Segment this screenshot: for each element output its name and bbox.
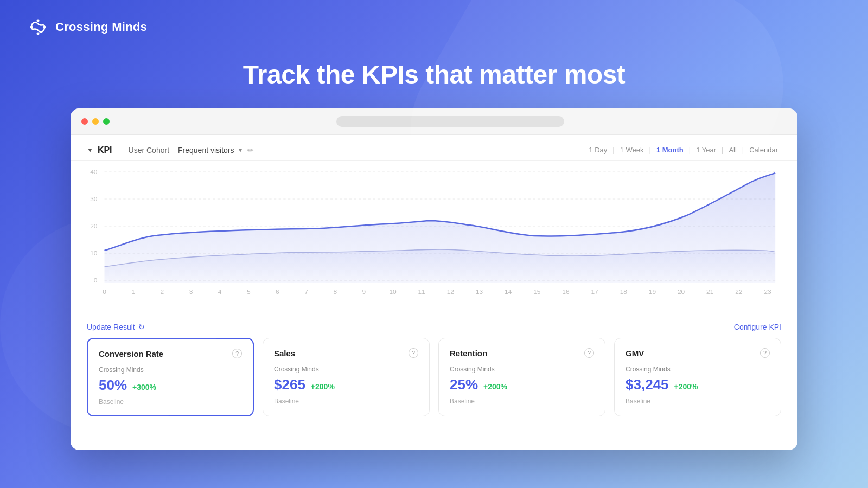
svg-text:30: 30 (90, 196, 97, 202)
svg-point-1 (43, 26, 46, 29)
kpi-card-sales[interactable]: Sales ? Crossing Minds $265 +200% Baseli… (263, 338, 430, 416)
kpi-card-title: Retention (450, 349, 487, 358)
kpi-main-value: 25% (450, 376, 478, 393)
svg-text:7: 7 (304, 288, 308, 295)
svg-text:11: 11 (418, 288, 425, 295)
kpi-card-values: $265 +200% (274, 376, 418, 393)
kpi-card-header: Retention ? (450, 348, 594, 358)
kpi-card-values: $3,245 +200% (626, 376, 770, 393)
kpi-label: ▼ KPI (87, 145, 112, 155)
kpi-arrow-icon: ▼ (87, 146, 93, 154)
svg-text:1: 1 (131, 288, 135, 295)
time-filter-all[interactable]: All (725, 145, 739, 155)
edit-icon[interactable]: ✏ (247, 146, 254, 155)
svg-text:9: 9 (362, 288, 366, 295)
chevron-down-icon: ▾ (239, 146, 242, 154)
kpi-delta: +200% (483, 382, 507, 391)
svg-text:17: 17 (591, 288, 598, 295)
kpi-baseline: Baseline (450, 397, 594, 405)
update-result-row: Update Result ↻ Configure KPI (87, 318, 781, 331)
time-filters: 1 Day | 1 Week | 1 Month | 1 Year | All … (585, 145, 781, 155)
svg-point-2 (37, 20, 40, 22)
info-icon[interactable]: ? (760, 348, 770, 358)
cohort-dropdown[interactable]: Frequent visitors ▾ (178, 146, 241, 155)
svg-text:5: 5 (247, 288, 251, 295)
dashboard-window: ▼ KPI User Cohort Frequent visitors ▾ ✏ … (71, 108, 797, 450)
kpi-baseline: Baseline (274, 397, 418, 405)
svg-text:14: 14 (505, 288, 512, 295)
time-filter-1month[interactable]: 1 Month (653, 145, 687, 155)
svg-text:8: 8 (333, 288, 337, 295)
kpi-delta: +200% (674, 382, 698, 391)
window-dot-green[interactable] (103, 118, 110, 125)
svg-text:15: 15 (533, 288, 540, 295)
kpi-delta: +200% (311, 382, 335, 391)
update-result-button[interactable]: Update Result ↻ (87, 323, 145, 331)
kpi-card-retention[interactable]: Retention ? Crossing Minds 25% +200% Bas… (438, 338, 605, 416)
kpi-baseline: Baseline (99, 398, 242, 406)
svg-text:0: 0 (94, 277, 98, 284)
svg-point-3 (37, 33, 40, 35)
logo: Crossing Minds (27, 16, 147, 38)
logo-text: Crossing Minds (55, 20, 147, 34)
svg-text:23: 23 (764, 288, 771, 295)
svg-text:40: 40 (90, 169, 97, 175)
window-dot-red[interactable] (81, 118, 88, 125)
kpi-card-header: Sales ? (274, 348, 418, 358)
svg-text:18: 18 (620, 288, 627, 295)
kpi-cards-grid: Conversion Rate ? Crossing Minds 50% +30… (87, 338, 781, 416)
header: Crossing Minds (0, 0, 868, 49)
svg-text:19: 19 (649, 288, 656, 295)
time-filter-1week[interactable]: 1 Week (617, 145, 647, 155)
info-icon[interactable]: ? (232, 349, 242, 358)
cohort-selected-value: Frequent visitors (178, 146, 234, 155)
svg-point-0 (30, 26, 33, 29)
svg-text:2: 2 (161, 288, 164, 295)
svg-text:20: 20 (90, 223, 97, 229)
time-filter-1day[interactable]: 1 Day (585, 145, 610, 155)
hero-title: Track the KPIs that matter most (0, 60, 868, 89)
window-dot-yellow[interactable] (92, 118, 99, 125)
kpi-card-conversion-rate[interactable]: Conversion Rate ? Crossing Minds 50% +30… (87, 338, 254, 416)
kpi-card-gmv[interactable]: GMV ? Crossing Minds $3,245 +200% Baseli… (614, 338, 781, 416)
kpi-baseline: Baseline (626, 397, 770, 405)
window-search-bar (336, 116, 564, 127)
svg-text:20: 20 (678, 288, 685, 295)
kpi-main-value: 50% (99, 377, 127, 394)
time-filter-calendar[interactable]: Calendar (746, 145, 781, 155)
kpi-card-brand: Crossing Minds (99, 366, 242, 374)
chart-svg: 40 30 20 10 0 (87, 166, 781, 307)
chart-area: 40 30 20 10 0 (71, 161, 797, 318)
refresh-icon: ↻ (138, 323, 145, 331)
svg-text:10: 10 (389, 288, 396, 295)
kpi-card-header: GMV ? (626, 348, 770, 358)
user-cohort-label: User Cohort (129, 146, 169, 155)
kpi-label-text: KPI (98, 145, 112, 155)
kpi-card-brand: Crossing Minds (450, 365, 594, 373)
kpi-card-title: Sales (274, 349, 295, 358)
kpi-toolbar: ▼ KPI User Cohort Frequent visitors ▾ ✏ … (71, 135, 797, 161)
kpi-main-value: $265 (274, 376, 305, 393)
kpi-card-header: Conversion Rate ? (99, 349, 242, 358)
configure-kpi-button[interactable]: Configure KPI (734, 323, 781, 331)
svg-text:16: 16 (562, 288, 569, 295)
kpi-cards-section: Update Result ↻ Configure KPI Conversion… (71, 318, 797, 416)
svg-text:0: 0 (103, 288, 106, 295)
kpi-card-values: 25% +200% (450, 376, 594, 393)
svg-text:6: 6 (276, 288, 279, 295)
time-filter-1year[interactable]: 1 Year (693, 145, 719, 155)
info-icon[interactable]: ? (584, 348, 594, 358)
svg-text:12: 12 (447, 288, 454, 295)
svg-text:13: 13 (476, 288, 483, 295)
update-result-label: Update Result (87, 323, 135, 331)
info-icon[interactable]: ? (409, 348, 418, 358)
kpi-card-title: GMV (626, 349, 644, 358)
svg-text:4: 4 (218, 288, 222, 295)
logo-icon (27, 16, 49, 38)
svg-text:21: 21 (706, 288, 713, 295)
kpi-card-title: Conversion Rate (99, 349, 163, 358)
window-search-bar-container (114, 116, 787, 127)
kpi-card-brand: Crossing Minds (626, 365, 770, 373)
dashboard-content: ▼ KPI User Cohort Frequent visitors ▾ ✏ … (71, 135, 797, 416)
window-titlebar (71, 108, 797, 135)
